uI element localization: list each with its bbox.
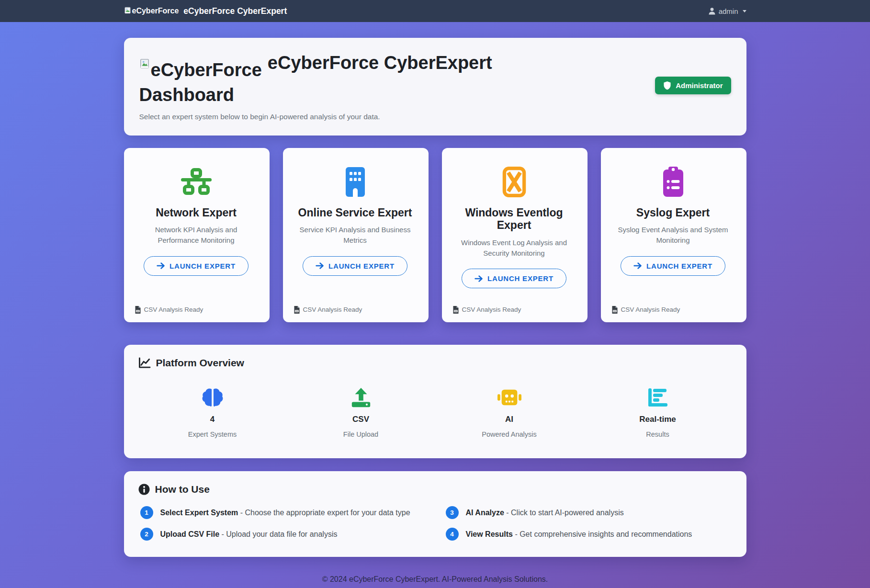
file-csv-icon bbox=[135, 306, 141, 314]
expert-card-description: Network KPI Analysis and Performance Mon… bbox=[140, 225, 252, 246]
csv-ready-status: CSV Analysis Ready bbox=[133, 306, 203, 316]
launch-expert-button-network[interactable]: LAUNCH EXPERT bbox=[144, 256, 249, 276]
broken-header-logo-image: eCyberForce bbox=[139, 57, 262, 82]
navbar-logo-alt-text: eCyberForce bbox=[132, 7, 179, 15]
brain-icon bbox=[202, 387, 224, 408]
arrow-right-icon bbox=[157, 262, 165, 269]
expert-card-title: Syslog Expert bbox=[636, 206, 710, 219]
step-description: - Get comprehensive insights and recomme… bbox=[515, 530, 692, 538]
launch-button-label: LAUNCH EXPERT bbox=[169, 262, 236, 270]
step-label: View Results bbox=[466, 530, 513, 538]
arrow-right-icon bbox=[316, 262, 324, 269]
page-title: eCyberForce eCyberForce CyberExpert Dash… bbox=[139, 50, 542, 108]
window-x-icon bbox=[502, 166, 526, 198]
navbar-app-title: eCyberForce CyberExpert bbox=[183, 6, 287, 16]
platform-stats-row: 4 Expert Systems CSV File Upload bbox=[138, 387, 732, 438]
robot-icon bbox=[497, 387, 521, 408]
step-4: 4 View Results - Get comprehensive insig… bbox=[446, 528, 732, 541]
stat-label: Powered Analysis bbox=[482, 430, 536, 438]
stat-ai-analysis: AI Powered Analysis bbox=[435, 387, 584, 438]
file-csv-icon bbox=[452, 306, 459, 314]
stat-label: Expert Systems bbox=[188, 430, 237, 438]
platform-overview-title: Platform Overview bbox=[156, 357, 244, 369]
expert-card-description: Syslog Event Analysis and System Monitor… bbox=[617, 225, 729, 246]
administrator-badge: Administrator bbox=[655, 77, 731, 94]
step-2: 2 Upload CSV File - Upload your data fil… bbox=[140, 528, 427, 541]
shield-icon bbox=[663, 81, 671, 90]
arrow-right-icon bbox=[633, 262, 642, 269]
file-csv-icon bbox=[611, 306, 618, 314]
info-circle-icon bbox=[138, 484, 150, 495]
step-description: - Click to start AI-powered analysis bbox=[506, 509, 623, 517]
expert-card-online-service: Online Service Expert Service KPI Analys… bbox=[283, 148, 429, 322]
step-label: Select Expert System bbox=[160, 509, 238, 517]
step-number-badge: 2 bbox=[140, 528, 153, 541]
step-label: AI Analyze bbox=[466, 509, 504, 517]
step-number-badge: 4 bbox=[446, 528, 459, 541]
launch-expert-button-windows-eventlog[interactable]: LAUNCH EXPERT bbox=[462, 269, 566, 288]
horizontal-bar-chart-icon bbox=[647, 387, 668, 408]
broken-logo-image: eCyberForce bbox=[124, 7, 179, 15]
expert-card-title: Online Service Expert bbox=[298, 206, 412, 219]
clipboard-list-icon bbox=[661, 166, 685, 198]
how-to-use-title: How to Use bbox=[155, 484, 210, 495]
csv-ready-label: CSV Analysis Ready bbox=[303, 306, 362, 313]
how-to-use-steps: 1 Select Expert System - Choose the appr… bbox=[138, 507, 732, 541]
step-3: 3 AI Analyze - Click to start AI-powered… bbox=[446, 507, 732, 519]
user-dropdown[interactable]: admin bbox=[708, 7, 746, 15]
broken-image-icon bbox=[124, 7, 131, 14]
user-name-label: admin bbox=[719, 7, 738, 15]
stat-value: AI bbox=[505, 415, 513, 424]
stat-value: Real-time bbox=[639, 415, 676, 424]
chevron-down-icon bbox=[743, 10, 746, 12]
header-logo-alt-text: eCyberForce bbox=[151, 57, 262, 82]
top-navbar: eCyberForce eCyberForce CyberExpert admi… bbox=[0, 0, 870, 22]
chart-line-icon bbox=[138, 357, 151, 369]
expert-card-title: Windows Eventlog Expert bbox=[457, 206, 572, 232]
arrow-right-icon bbox=[475, 275, 483, 282]
expert-card-windows-eventlog: Windows Eventlog Expert Windows Event Lo… bbox=[442, 148, 588, 322]
expert-card-description: Service KPI Analysis and Business Metric… bbox=[299, 225, 411, 246]
launch-button-label: LAUNCH EXPERT bbox=[487, 274, 554, 283]
launch-button-label: LAUNCH EXPERT bbox=[328, 262, 395, 270]
csv-ready-status: CSV Analysis Ready bbox=[451, 306, 521, 316]
step-number-badge: 1 bbox=[140, 506, 153, 519]
launch-button-label: LAUNCH EXPERT bbox=[646, 262, 712, 270]
dashboard-header-card: eCyberForce eCyberForce CyberExpert Dash… bbox=[124, 38, 746, 136]
launch-expert-button-syslog[interactable]: LAUNCH EXPERT bbox=[621, 256, 725, 276]
page-subtitle: Select an expert system below to begin A… bbox=[139, 113, 542, 121]
stat-label: Results bbox=[646, 430, 669, 438]
csv-ready-label: CSV Analysis Ready bbox=[144, 306, 203, 313]
expert-card-description: Windows Event Log Analysis and Security … bbox=[458, 237, 570, 259]
expert-cards-row: Network Expert Network KPI Analysis and … bbox=[124, 148, 746, 322]
network-diagram-icon bbox=[179, 166, 214, 198]
broken-image-icon bbox=[139, 58, 150, 69]
step-number-badge: 3 bbox=[446, 506, 459, 519]
how-to-use-panel: How to Use 1 Select Expert System - Choo… bbox=[124, 471, 746, 557]
file-csv-icon bbox=[294, 306, 300, 314]
page-footer: © 2024 eCyberForce CyberExpert. AI-Power… bbox=[124, 575, 746, 588]
step-description: - Choose the appropriate expert for your… bbox=[240, 509, 410, 517]
building-icon bbox=[343, 166, 367, 198]
step-description: - Upload your data file for analysis bbox=[222, 530, 338, 538]
launch-expert-button-online-service[interactable]: LAUNCH EXPERT bbox=[303, 256, 407, 276]
csv-ready-label: CSV Analysis Ready bbox=[462, 306, 521, 313]
stat-value: CSV bbox=[352, 415, 369, 424]
platform-overview-panel: Platform Overview 4 Expert Systems bbox=[124, 345, 746, 458]
stat-expert-systems: 4 Expert Systems bbox=[138, 387, 287, 438]
stat-label: File Upload bbox=[343, 430, 378, 438]
csv-ready-status: CSV Analysis Ready bbox=[610, 306, 680, 316]
step-1: 1 Select Expert System - Choose the appr… bbox=[140, 507, 427, 519]
csv-ready-status: CSV Analysis Ready bbox=[292, 306, 362, 316]
expert-card-network: Network Expert Network KPI Analysis and … bbox=[124, 148, 270, 322]
navbar-brand[interactable]: eCyberForce eCyberForce CyberExpert bbox=[124, 6, 287, 16]
administrator-badge-label: Administrator bbox=[676, 81, 723, 90]
stat-value: 4 bbox=[210, 415, 215, 424]
csv-ready-label: CSV Analysis Ready bbox=[621, 306, 680, 313]
expert-card-title: Network Expert bbox=[156, 206, 237, 219]
stat-file-upload: CSV File Upload bbox=[287, 387, 435, 438]
upload-icon bbox=[350, 387, 372, 408]
person-icon bbox=[708, 7, 716, 15]
step-label: Upload CSV File bbox=[160, 530, 220, 538]
expert-card-syslog: Syslog Expert Syslog Event Analysis and … bbox=[601, 148, 746, 322]
